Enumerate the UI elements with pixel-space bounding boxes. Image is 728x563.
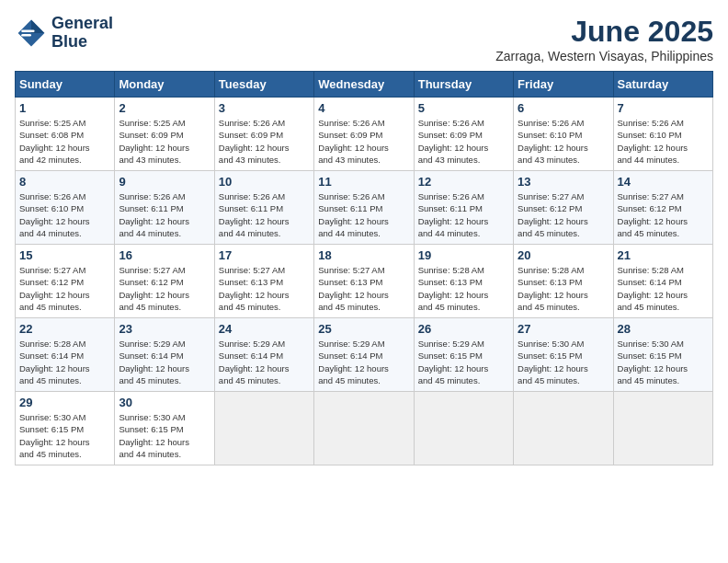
calendar-cell: 15 Sunrise: 5:27 AMSunset: 6:12 PMDaylig…	[16, 245, 115, 318]
calendar-cell: 3 Sunrise: 5:26 AMSunset: 6:09 PMDayligh…	[214, 98, 313, 171]
calendar-cell: 6 Sunrise: 5:26 AMSunset: 6:10 PMDayligh…	[514, 98, 613, 171]
day-number: 26	[418, 322, 509, 336]
day-number: 7	[618, 101, 709, 115]
location: Zarraga, Western Visayas, Philippines	[495, 49, 713, 63]
calendar-cell	[514, 392, 613, 465]
day-number: 14	[618, 175, 709, 189]
day-info: Sunrise: 5:27 AMSunset: 6:12 PMDaylight:…	[618, 191, 688, 238]
calendar-cell	[414, 392, 513, 465]
day-info: Sunrise: 5:29 AMSunset: 6:15 PMDaylight:…	[418, 339, 489, 385]
day-number: 19	[418, 248, 509, 262]
day-info: Sunrise: 5:26 AMSunset: 6:10 PMDaylight:…	[618, 118, 688, 165]
day-info: Sunrise: 5:26 AMSunset: 6:11 PMDaylight:…	[318, 191, 389, 238]
day-number: 5	[418, 101, 509, 115]
calendar-cell: 7 Sunrise: 5:26 AMSunset: 6:10 PMDayligh…	[613, 98, 712, 171]
calendar-cell: 8 Sunrise: 5:26 AMSunset: 6:10 PMDayligh…	[16, 171, 115, 245]
day-info: Sunrise: 5:27 AMSunset: 6:13 PMDaylight:…	[318, 265, 389, 312]
logo-text: General Blue	[51, 15, 113, 52]
day-info: Sunrise: 5:28 AMSunset: 6:13 PMDaylight:…	[518, 265, 588, 312]
calendar-cell: 22 Sunrise: 5:28 AMSunset: 6:14 PMDaylig…	[16, 318, 115, 392]
day-info: Sunrise: 5:28 AMSunset: 6:14 PMDaylight:…	[618, 265, 688, 312]
col-friday: Friday	[514, 72, 613, 98]
calendar-cell: 21 Sunrise: 5:28 AMSunset: 6:14 PMDaylig…	[613, 245, 712, 318]
calendar-week-row: 15 Sunrise: 5:27 AMSunset: 6:12 PMDaylig…	[16, 245, 713, 318]
day-info: Sunrise: 5:26 AMSunset: 6:09 PMDaylight:…	[318, 118, 389, 165]
calendar-week-row: 8 Sunrise: 5:26 AMSunset: 6:10 PMDayligh…	[16, 171, 713, 245]
svg-rect-2	[21, 29, 34, 32]
day-info: Sunrise: 5:26 AMSunset: 6:09 PMDaylight:…	[418, 118, 489, 165]
day-number: 12	[418, 175, 509, 189]
day-info: Sunrise: 5:27 AMSunset: 6:13 PMDaylight:…	[219, 265, 290, 312]
day-number: 13	[518, 175, 609, 189]
day-info: Sunrise: 5:26 AMSunset: 6:10 PMDaylight:…	[518, 118, 588, 165]
day-number: 1	[19, 101, 110, 115]
day-number: 3	[219, 101, 310, 115]
calendar-cell: 17 Sunrise: 5:27 AMSunset: 6:13 PMDaylig…	[214, 245, 313, 318]
calendar-cell	[613, 392, 712, 465]
col-tuesday: Tuesday	[214, 72, 313, 98]
day-number: 30	[119, 396, 210, 409]
day-info: Sunrise: 5:29 AMSunset: 6:14 PMDaylight:…	[318, 339, 389, 385]
day-number: 28	[618, 322, 709, 336]
calendar-cell	[214, 392, 313, 465]
calendar-cell: 4 Sunrise: 5:26 AMSunset: 6:09 PMDayligh…	[314, 98, 414, 171]
calendar-cell: 25 Sunrise: 5:29 AMSunset: 6:14 PMDaylig…	[314, 318, 414, 392]
day-number: 21	[618, 248, 709, 262]
calendar-week-row: 22 Sunrise: 5:28 AMSunset: 6:14 PMDaylig…	[16, 318, 713, 392]
day-info: Sunrise: 5:27 AMSunset: 6:12 PMDaylight:…	[119, 265, 189, 312]
col-thursday: Thursday	[414, 72, 513, 98]
day-number: 4	[318, 101, 409, 115]
day-number: 9	[119, 175, 210, 189]
page-header: General Blue June 2025 Zarraga, Western …	[15, 15, 713, 63]
calendar-cell: 12 Sunrise: 5:26 AMSunset: 6:11 PMDaylig…	[414, 171, 513, 245]
calendar-cell: 26 Sunrise: 5:29 AMSunset: 6:15 PMDaylig…	[414, 318, 513, 392]
col-sunday: Sunday	[16, 72, 115, 98]
day-number: 16	[119, 248, 210, 262]
calendar-cell: 9 Sunrise: 5:26 AMSunset: 6:11 PMDayligh…	[115, 171, 214, 245]
calendar-cell: 19 Sunrise: 5:28 AMSunset: 6:13 PMDaylig…	[414, 245, 513, 318]
day-info: Sunrise: 5:25 AMSunset: 6:09 PMDaylight:…	[119, 118, 189, 165]
day-info: Sunrise: 5:26 AMSunset: 6:09 PMDaylight:…	[219, 118, 290, 165]
day-number: 15	[19, 248, 110, 262]
svg-rect-3	[21, 34, 31, 37]
calendar-cell: 24 Sunrise: 5:29 AMSunset: 6:14 PMDaylig…	[214, 318, 313, 392]
calendar-cell: 14 Sunrise: 5:27 AMSunset: 6:12 PMDaylig…	[613, 171, 712, 245]
col-saturday: Saturday	[613, 72, 712, 98]
col-wednesday: Wednesday	[314, 72, 414, 98]
calendar-cell: 20 Sunrise: 5:28 AMSunset: 6:13 PMDaylig…	[514, 245, 613, 318]
calendar-cell: 13 Sunrise: 5:27 AMSunset: 6:12 PMDaylig…	[514, 171, 613, 245]
calendar-week-row: 29 Sunrise: 5:30 AMSunset: 6:15 PMDaylig…	[16, 392, 713, 465]
day-number: 18	[318, 248, 409, 262]
day-number: 11	[318, 175, 409, 189]
day-info: Sunrise: 5:27 AMSunset: 6:12 PMDaylight:…	[518, 191, 588, 238]
calendar-cell: 27 Sunrise: 5:30 AMSunset: 6:15 PMDaylig…	[514, 318, 613, 392]
day-number: 29	[19, 396, 110, 409]
title-block: June 2025 Zarraga, Western Visayas, Phil…	[495, 15, 713, 63]
day-info: Sunrise: 5:28 AMSunset: 6:14 PMDaylight:…	[19, 339, 90, 385]
calendar-cell: 29 Sunrise: 5:30 AMSunset: 6:15 PMDaylig…	[16, 392, 115, 465]
calendar-header-row: Sunday Monday Tuesday Wednesday Thursday…	[16, 72, 713, 98]
day-number: 25	[318, 322, 409, 336]
calendar-cell: 30 Sunrise: 5:30 AMSunset: 6:15 PMDaylig…	[115, 392, 214, 465]
day-number: 27	[518, 322, 609, 336]
day-number: 24	[219, 322, 310, 336]
calendar-cell: 16 Sunrise: 5:27 AMSunset: 6:12 PMDaylig…	[115, 245, 214, 318]
day-number: 22	[19, 322, 110, 336]
day-info: Sunrise: 5:30 AMSunset: 6:15 PMDaylight:…	[518, 339, 588, 385]
calendar-week-row: 1 Sunrise: 5:25 AMSunset: 6:08 PMDayligh…	[16, 98, 713, 171]
day-info: Sunrise: 5:28 AMSunset: 6:13 PMDaylight:…	[418, 265, 489, 312]
day-info: Sunrise: 5:27 AMSunset: 6:12 PMDaylight:…	[19, 265, 90, 312]
day-info: Sunrise: 5:26 AMSunset: 6:11 PMDaylight:…	[119, 191, 189, 238]
day-info: Sunrise: 5:26 AMSunset: 6:11 PMDaylight:…	[418, 191, 489, 238]
calendar-cell: 11 Sunrise: 5:26 AMSunset: 6:11 PMDaylig…	[314, 171, 414, 245]
month-title: June 2025	[495, 15, 713, 49]
day-info: Sunrise: 5:30 AMSunset: 6:15 PMDaylight:…	[119, 412, 189, 459]
day-number: 10	[219, 175, 310, 189]
day-info: Sunrise: 5:29 AMSunset: 6:14 PMDaylight:…	[219, 339, 290, 385]
day-info: Sunrise: 5:30 AMSunset: 6:15 PMDaylight:…	[19, 412, 90, 459]
col-monday: Monday	[115, 72, 214, 98]
day-number: 17	[219, 248, 310, 262]
logo-icon	[15, 17, 48, 50]
day-info: Sunrise: 5:26 AMSunset: 6:10 PMDaylight:…	[19, 191, 90, 238]
day-number: 8	[19, 175, 110, 189]
